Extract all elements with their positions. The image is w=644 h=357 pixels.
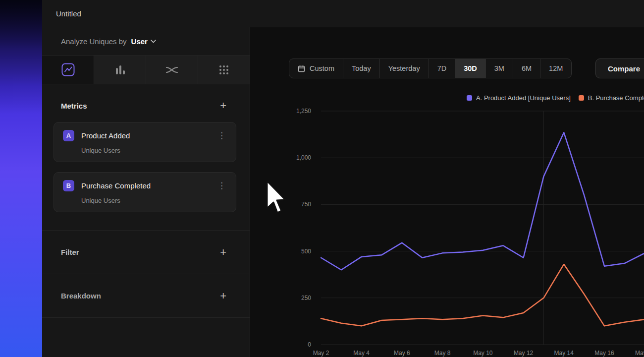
y-axis-label: 750 bbox=[250, 201, 311, 208]
metric-title: Product Added bbox=[81, 131, 210, 140]
metric-card-a[interactable]: A Product Added ⋮ Unique Users bbox=[54, 122, 236, 162]
range-button-yesterday[interactable]: Yesterday bbox=[379, 59, 429, 78]
flow-icon bbox=[165, 64, 178, 75]
range-button-6m[interactable]: 6M bbox=[513, 59, 540, 78]
metric-subtitle[interactable]: Unique Users bbox=[81, 197, 227, 204]
x-axis-label: May 4 bbox=[344, 350, 379, 357]
legend-swatch bbox=[467, 95, 472, 101]
range-button-3m[interactable]: 3M bbox=[485, 59, 513, 78]
x-axis-label: May 16 bbox=[587, 350, 622, 357]
metric-card-b[interactable]: B Purchase Completed ⋮ Unique Users bbox=[54, 172, 236, 212]
analyze-by-selector[interactable]: User bbox=[131, 37, 156, 46]
report-title[interactable]: Untitled bbox=[56, 9, 81, 18]
legend-item-a[interactable]: A. Product Added [Unique Users] bbox=[467, 94, 571, 102]
x-axis-label: May 10 bbox=[466, 350, 500, 357]
line-chart-icon bbox=[61, 63, 75, 76]
filter-heading: Filter bbox=[61, 248, 79, 256]
chart-type-tabs bbox=[42, 56, 250, 84]
tab-flow[interactable] bbox=[146, 56, 198, 84]
y-axis-label: 250 bbox=[250, 295, 311, 301]
tab-bar-chart[interactable] bbox=[94, 56, 146, 84]
legend-swatch bbox=[579, 95, 584, 101]
metrics-heading: Metrics bbox=[61, 102, 87, 110]
grid-dots-icon bbox=[218, 64, 230, 76]
x-axis-label: May 2 bbox=[304, 350, 338, 357]
app-window: Untitled Analyze Uniques by User bbox=[0, 0, 644, 357]
add-filter-button[interactable]: + bbox=[220, 247, 226, 258]
breakdown-heading: Breakdown bbox=[61, 292, 101, 300]
x-axis-label: May 18 bbox=[628, 350, 644, 357]
compare-button[interactable]: Compare bbox=[595, 59, 644, 78]
metrics-section: Metrics + A Product Added ⋮ Unique Users bbox=[42, 84, 250, 230]
kebab-menu-icon[interactable]: ⋮ bbox=[216, 130, 227, 141]
chart-legend: A. Product Added [Unique Users] B. Purch… bbox=[467, 94, 644, 102]
x-axis-label: May 8 bbox=[425, 350, 460, 357]
legend-label: B. Purchase Completed [Unique Users] bbox=[588, 94, 644, 102]
legend-label: A. Product Added [Unique Users] bbox=[476, 94, 571, 102]
y-axis-label: 1,000 bbox=[250, 154, 311, 161]
section-divider bbox=[42, 317, 250, 318]
filter-section: Filter + bbox=[42, 230, 250, 274]
y-axis-label: 500 bbox=[250, 248, 311, 255]
breakdown-section: Breakdown + bbox=[42, 274, 250, 317]
add-metric-button[interactable]: + bbox=[220, 100, 226, 111]
add-breakdown-button[interactable]: + bbox=[220, 291, 226, 301]
chevron-down-icon bbox=[151, 40, 156, 43]
range-button-30d[interactable]: 30D bbox=[455, 59, 485, 78]
legend-item-b[interactable]: B. Purchase Completed [Unique Users] bbox=[579, 94, 644, 102]
topbar: Untitled bbox=[42, 0, 644, 27]
metric-subtitle[interactable]: Unique Users bbox=[81, 147, 227, 154]
range-button-custom[interactable]: Custom bbox=[289, 59, 343, 78]
metric-badge-a: A bbox=[63, 130, 74, 141]
chart-panel: CustomTodayYesterday7D30D3M6M12M Compare… bbox=[250, 27, 644, 357]
analyze-by-value: User bbox=[131, 37, 148, 46]
kebab-menu-icon[interactable]: ⋮ bbox=[216, 180, 227, 191]
tab-insights[interactable] bbox=[42, 56, 94, 84]
x-axis-label: May 6 bbox=[384, 350, 419, 357]
y-axis-label: 1,250 bbox=[250, 108, 311, 115]
calendar-icon bbox=[298, 65, 305, 72]
analyze-by-row: Analyze Uniques by User bbox=[42, 27, 250, 56]
brand-gradient-strip bbox=[0, 0, 42, 357]
metric-title: Purchase Completed bbox=[81, 181, 210, 190]
metric-badge-b: B bbox=[63, 180, 74, 191]
x-axis-label: May 12 bbox=[506, 350, 541, 357]
bar-chart-icon bbox=[114, 64, 126, 76]
y-axis-label: 0 bbox=[250, 341, 311, 348]
analyze-by-label: Analyze Uniques by bbox=[61, 37, 127, 46]
date-range-group: CustomTodayYesterday7D30D3M6M12M bbox=[289, 59, 572, 78]
range-button-7d[interactable]: 7D bbox=[429, 59, 455, 78]
x-axis-label: May 14 bbox=[546, 350, 581, 357]
tab-retention[interactable] bbox=[198, 56, 250, 84]
sidebar: Analyze Uniques by User bbox=[42, 27, 250, 357]
range-button-today[interactable]: Today bbox=[343, 59, 379, 78]
range-button-12m[interactable]: 12M bbox=[540, 59, 571, 78]
